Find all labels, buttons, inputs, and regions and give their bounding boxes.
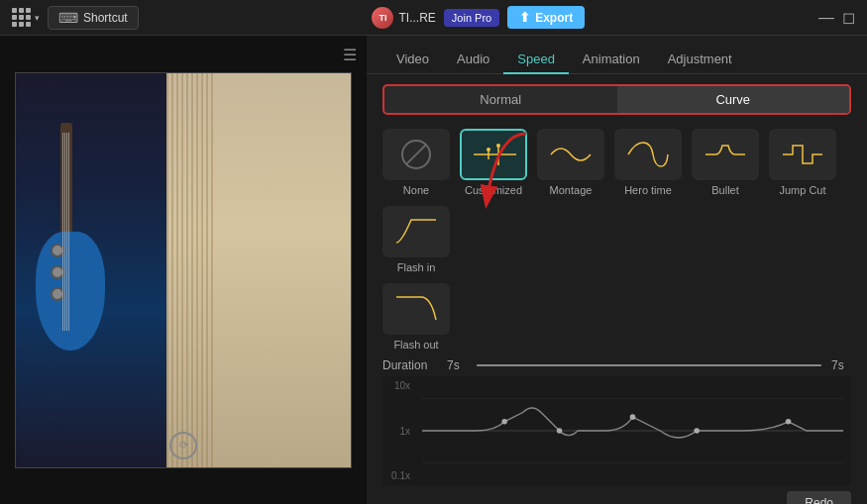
preset-customized[interactable]: Customized — [460, 129, 527, 196]
preset-flash-in[interactable]: Flash in — [382, 206, 450, 273]
speed-graph: 10x 1x 0.1x — [382, 376, 851, 485]
svg-point-12 — [557, 428, 563, 434]
preset-hero-time-label: Hero time — [624, 184, 672, 196]
presets-row-2: Flash out — [382, 283, 851, 351]
chevron-down-icon: ▾ — [35, 13, 40, 23]
speed-y-label-mid: 1x — [382, 426, 410, 437]
redo-row: Redo — [382, 485, 851, 504]
hamburger-icon[interactable]: ☰ — [343, 46, 357, 64]
flash-out-svg — [391, 292, 441, 327]
normal-mode-button[interactable]: Normal — [384, 86, 617, 113]
tab-animation[interactable]: Animation — [569, 46, 654, 74]
minimize-button[interactable]: — — [818, 9, 834, 27]
right-panel: Video Audio Speed Animation Adjustment N… — [367, 36, 867, 504]
preset-montage[interactable]: Montage — [537, 129, 604, 196]
top-bar: ▾ ⌨ Shortcut TI TI...RE Join Pro ⬆ Expor… — [0, 0, 867, 36]
preset-none[interactable]: None — [382, 129, 450, 196]
main-content: ☰ — [0, 36, 867, 504]
tab-adjustment[interactable]: Adjustment — [654, 46, 746, 74]
customized-svg — [469, 138, 518, 172]
preset-customized-label: Customized — [465, 184, 522, 196]
svg-point-15 — [786, 419, 792, 425]
preset-montage-icon — [537, 129, 604, 180]
shortcut-button[interactable]: ⌨ Shortcut — [48, 6, 139, 30]
export-icon: ⬆ — [519, 10, 530, 25]
guitar-shape — [31, 123, 120, 380]
user-name: TI...RE — [398, 11, 435, 25]
preset-bullet[interactable]: Bullet — [692, 129, 759, 196]
preset-flash-out-label: Flash out — [393, 339, 438, 351]
speed-y-label-low: 0.1x — [382, 470, 410, 481]
preset-none-icon — [382, 129, 450, 180]
shortcut-label: Shortcut — [83, 11, 128, 25]
keyboard-icon: ⌨ — [58, 10, 78, 26]
preset-jump-cut-icon — [769, 129, 836, 180]
preset-jump-cut[interactable]: Jump Cut — [769, 129, 836, 196]
preset-none-label: None — [403, 184, 429, 196]
preset-customized-icon — [460, 129, 527, 180]
jump-cut-svg — [778, 138, 827, 172]
top-bar-right: — ◻ — [818, 8, 855, 27]
top-bar-left: ▾ ⌨ Shortcut — [12, 6, 139, 30]
montage-svg — [546, 138, 596, 172]
video-frame — [16, 73, 351, 467]
playback-controls: ⟳ — [169, 432, 197, 459]
none-circle — [401, 140, 431, 169]
duration-end: 7s — [831, 358, 851, 372]
speed-graph-inner — [422, 384, 843, 477]
svg-point-11 — [501, 419, 507, 425]
svg-point-13 — [630, 414, 636, 420]
tabs-row: Video Audio Speed Animation Adjustment — [367, 36, 867, 74]
speed-y-label-high: 10x — [382, 380, 410, 391]
flash-in-svg — [391, 215, 441, 250]
preset-hero-time-icon — [614, 129, 682, 180]
left-panel: ☰ — [0, 36, 367, 504]
speed-content: Normal Curve None — [367, 74, 867, 504]
guitar-strings — [62, 133, 70, 331]
hero-time-svg — [623, 138, 673, 172]
user-avatar: TI — [372, 7, 393, 29]
svg-point-5 — [487, 148, 490, 151]
speed-y-labels: 10x 1x 0.1x — [382, 376, 410, 485]
video-left-section — [16, 73, 166, 467]
tab-speed[interactable]: Speed — [503, 46, 569, 74]
playback-circle[interactable]: ⟳ — [169, 432, 197, 459]
preset-flash-in-icon — [382, 206, 450, 257]
preset-hero-time[interactable]: Hero time — [614, 129, 682, 196]
svg-point-14 — [694, 428, 700, 434]
guitar-body — [36, 232, 105, 351]
svg-point-6 — [496, 144, 500, 148]
grid-menu-button[interactable]: ▾ — [12, 8, 40, 27]
video-right-section — [166, 73, 351, 467]
grid-icon — [12, 8, 31, 27]
preset-jump-cut-label: Jump Cut — [779, 184, 825, 196]
preset-flash-out[interactable]: Flash out — [382, 283, 450, 351]
bullet-svg — [701, 138, 750, 172]
tab-video[interactable]: Video — [382, 46, 443, 74]
curve-mode-button[interactable]: Curve — [617, 86, 850, 113]
export-label: Export — [535, 11, 573, 25]
duration-slider-fill — [477, 364, 821, 366]
duration-row: Duration 7s 7s — [382, 358, 851, 372]
preset-flash-out-icon — [382, 283, 450, 335]
user-badge: TI TI...RE — [372, 7, 435, 29]
duration-start: 7s — [447, 358, 467, 372]
video-preview: ⟳ — [15, 72, 352, 468]
none-slash — [405, 144, 426, 164]
duration-label: Duration — [382, 358, 437, 372]
duration-slider[interactable] — [477, 364, 821, 366]
preset-flash-in-label: Flash in — [397, 261, 436, 273]
maximize-button[interactable]: ◻ — [842, 8, 855, 27]
preset-montage-label: Montage — [550, 184, 593, 196]
join-pro-button[interactable]: Join Pro — [444, 9, 499, 27]
presets-row: None Cust — [382, 129, 851, 273]
mode-toggle: Normal Curve — [382, 84, 851, 115]
preset-bullet-icon — [692, 129, 759, 180]
export-button[interactable]: ⬆ Export — [507, 6, 585, 29]
redo-button[interactable]: Redo — [787, 491, 851, 504]
curtain-lines — [166, 73, 351, 467]
tab-audio[interactable]: Audio — [443, 46, 503, 74]
top-bar-center: TI TI...RE Join Pro ⬆ Export — [372, 6, 585, 29]
speed-graph-svg — [422, 384, 843, 477]
preset-bullet-label: Bullet — [711, 184, 739, 196]
